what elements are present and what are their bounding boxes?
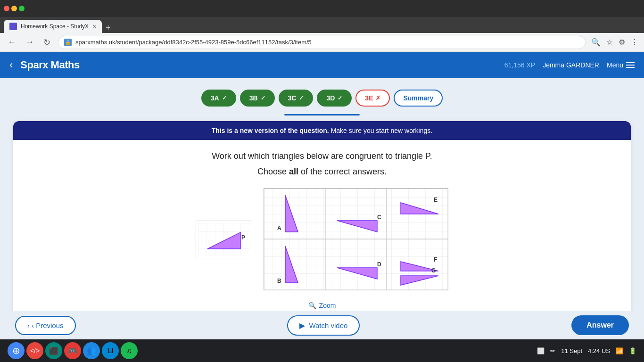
- browser-tab-bar: Homework Space - StudyX × +: [0, 17, 644, 33]
- tab-close-button[interactable]: ×: [92, 23, 96, 30]
- bottom-bar: ‹ ‹ Previous ▶ Watch video Answer: [0, 311, 644, 339]
- tab-3a[interactable]: 3A ✓: [201, 90, 236, 107]
- tab-3b[interactable]: 3B ✓: [240, 90, 275, 107]
- xp-display: 61,156 XP: [504, 61, 535, 69]
- browser-title-bar: [0, 0, 644, 17]
- svg-text:B: B: [277, 278, 281, 284]
- tab-title: Homework Space - StudyX: [21, 23, 89, 30]
- taskbar-meet-icon[interactable]: ⬛: [45, 342, 62, 359]
- header-right: 61,156 XP Jemma GARDNER Menu: [504, 61, 635, 69]
- question-card: This is a new version of the question. M…: [13, 121, 631, 324]
- tab-summary[interactable]: Summary: [394, 90, 443, 107]
- tab-underline-bar: [11, 114, 633, 115]
- tab-3a-label: 3A: [211, 94, 219, 102]
- main-content: 3A ✓ 3B ✓ 3C ✓ 3D ✓ 3E ✗ Summary This is…: [0, 78, 644, 332]
- new-tab-button[interactable]: +: [102, 23, 115, 33]
- previous-label: ‹ Previous: [32, 321, 64, 329]
- reload-button[interactable]: ↻: [41, 35, 52, 49]
- back-nav-button[interactable]: ←: [6, 35, 18, 49]
- taskbar: ⊕ </> ⬛ 🎮 👥 🖥 ♫ ⬜ ✏ 11 Sept 4:24 US 📶 🔋: [0, 339, 644, 362]
- taskbar-pen-btn[interactable]: ✏: [550, 347, 555, 354]
- tab-3a-check: ✓: [222, 95, 227, 101]
- taskbar-screen-icon[interactable]: 🖥: [102, 342, 119, 359]
- taskbar-music-icon[interactable]: ♫: [121, 342, 138, 359]
- taskbar-code-icon[interactable]: </>: [26, 342, 43, 359]
- forward-nav-button[interactable]: →: [24, 35, 36, 49]
- url-bar[interactable]: 🔒 sparxmaths.uk/student/package/ddf8342c…: [58, 36, 586, 49]
- question-banner: This is a new version of the question. M…: [13, 121, 631, 140]
- more-icon[interactable]: ⋮: [631, 38, 638, 47]
- zoom-label: Zoom: [319, 302, 336, 309]
- secure-icon: 🔒: [64, 39, 72, 46]
- window-close-button[interactable]: [4, 6, 9, 11]
- active-tab[interactable]: Homework Space - StudyX ×: [4, 20, 102, 33]
- window-minimize-button[interactable]: [11, 6, 17, 11]
- taskbar-chrome-icon[interactable]: ⊕: [8, 342, 25, 359]
- tab-3c-label: 3C: [288, 94, 297, 102]
- reference-triangle-box: P: [196, 221, 252, 258]
- taskbar-battery-icon: 🔋: [629, 347, 636, 354]
- tab-3c[interactable]: 3C ✓: [279, 90, 314, 107]
- svg-text:F: F: [434, 256, 437, 263]
- taskbar-date: 11 Sept: [561, 347, 582, 354]
- tab-3b-check: ✓: [261, 95, 265, 101]
- tab-3e[interactable]: 3E ✗: [355, 90, 390, 107]
- hamburger-icon: [626, 62, 635, 68]
- taskbar-screen-btn[interactable]: ⬜: [537, 347, 545, 354]
- answer-label: Answer: [586, 321, 614, 329]
- svg-text:G: G: [431, 267, 436, 274]
- user-name: Jemma GARDNER: [543, 61, 599, 69]
- tab-3e-check: ✗: [376, 95, 380, 101]
- tab-underline: [284, 114, 360, 115]
- previous-button[interactable]: ‹ ‹ Previous: [15, 316, 76, 335]
- extension-icon[interactable]: ⚙: [619, 38, 625, 47]
- tab-favicon: [9, 23, 17, 30]
- question-sub: Choose all of the correct answers.: [28, 167, 616, 177]
- tab-3b-label: 3B: [249, 94, 258, 102]
- bookmark-icon[interactable]: ☆: [606, 38, 613, 47]
- tab-3e-label: 3E: [365, 94, 373, 102]
- svg-text:D: D: [377, 261, 381, 268]
- tab-summary-label: Summary: [403, 94, 433, 102]
- tab-3d-check: ✓: [338, 95, 342, 101]
- triangle-p-svg: P: [198, 223, 250, 256]
- taskbar-time: 4:24 US: [588, 347, 610, 354]
- answer-button[interactable]: Answer: [571, 315, 629, 335]
- app-header: ‹ Sparx Maths 61,156 XP Jemma GARDNER Me…: [0, 52, 644, 78]
- taskbar-system-tray: ⬜ ✏ 11 Sept 4:24 US 📶 🔋: [537, 347, 636, 354]
- task-tab-nav: 3A ✓ 3B ✓ 3C ✓ 3D ✓ 3E ✗ Summary: [11, 86, 633, 107]
- svg-text:C: C: [377, 214, 381, 221]
- previous-arrow-icon: ‹: [27, 321, 30, 329]
- address-bar: ← → ↻ 🔒 sparxmaths.uk/student/package/dd…: [0, 33, 644, 52]
- question-sub-bold: all: [289, 167, 298, 176]
- url-text: sparxmaths.uk/student/package/ddf8342c-2…: [75, 39, 312, 46]
- diagram-area: P: [28, 188, 616, 290]
- zoom-icon: 🔍: [308, 302, 316, 309]
- taskbar-app3-icon[interactable]: 🎮: [64, 342, 81, 359]
- taskbar-contacts-icon[interactable]: 👥: [83, 342, 100, 359]
- svg-text:E: E: [434, 197, 438, 203]
- watch-video-label: Watch video: [309, 321, 347, 329]
- window-maximize-button[interactable]: [19, 6, 25, 11]
- svg-text:A: A: [277, 225, 281, 231]
- question-body: Work out which triangles below are congr…: [13, 140, 631, 324]
- banner-suffix: Make sure you start new workings.: [331, 127, 433, 134]
- question-text: Work out which triangles below are congr…: [28, 151, 616, 161]
- back-button[interactable]: ‹: [9, 59, 13, 71]
- tab-3c-check: ✓: [299, 95, 304, 101]
- video-icon: ▶: [299, 321, 305, 330]
- watch-video-button[interactable]: ▶ Watch video: [287, 315, 360, 336]
- svg-text:P: P: [241, 234, 245, 241]
- triangles-svg: A B C D E: [264, 189, 448, 290]
- tab-3d[interactable]: 3D ✓: [317, 90, 352, 107]
- tab-3d-label: 3D: [326, 94, 335, 102]
- browser-toolbar-icons: 🔍 ☆ ⚙ ⋮: [591, 38, 638, 47]
- app-logo: Sparx Maths: [20, 59, 79, 71]
- menu-button[interactable]: Menu: [607, 61, 635, 69]
- taskbar-wifi-icon: 📶: [616, 347, 623, 354]
- question-sub-post: of the correct answers.: [298, 167, 387, 176]
- triangles-grid-box: A B C D E: [264, 188, 448, 290]
- search-icon[interactable]: 🔍: [591, 38, 601, 47]
- window-controls: [4, 6, 25, 11]
- question-sub-pre: Choose: [257, 167, 289, 176]
